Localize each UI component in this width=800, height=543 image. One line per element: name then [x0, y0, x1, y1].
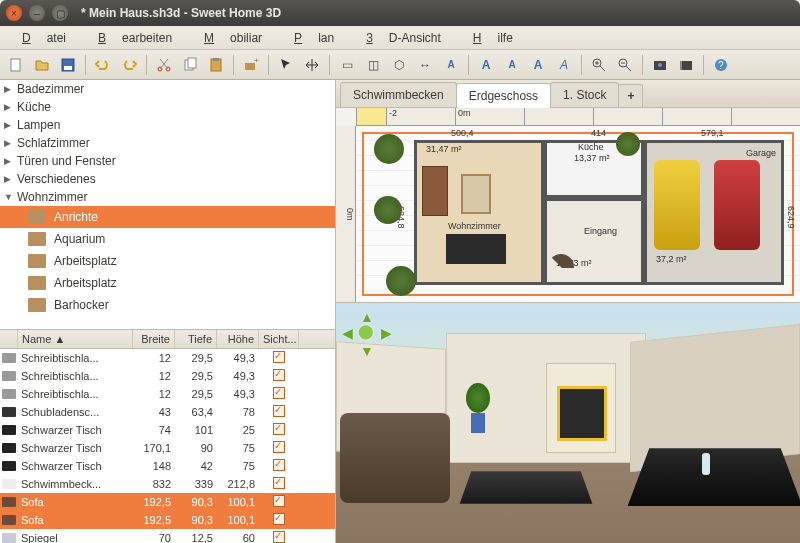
visible-checkbox[interactable]: [273, 513, 285, 525]
table-row[interactable]: Sofa 192,590,3100,1: [0, 493, 335, 511]
table-row[interactable]: Schwarzer Tisch 1484275: [0, 457, 335, 475]
catalog-item[interactable]: Arbeitsplatz: [0, 250, 335, 272]
visible-checkbox[interactable]: [273, 423, 285, 435]
menu-file[interactable]: Datei: [6, 29, 82, 47]
sofa-3d[interactable]: [340, 413, 450, 503]
dimension-icon[interactable]: ↔: [413, 53, 437, 77]
wall-icon[interactable]: ▭: [335, 53, 359, 77]
visible-checkbox[interactable]: [273, 441, 285, 453]
catalog-category[interactable]: ▶Schlafzimmer: [0, 134, 335, 152]
menu-edit[interactable]: Bearbeiten: [82, 29, 188, 47]
text-size-up-icon[interactable]: A: [474, 53, 498, 77]
catalog-item[interactable]: Anrichte: [0, 206, 335, 228]
level-tab[interactable]: 1. Stock: [550, 82, 619, 107]
new-icon[interactable]: [4, 53, 28, 77]
furniture-mini-icon: [2, 479, 16, 489]
open-icon[interactable]: [30, 53, 54, 77]
table-row[interactable]: Schreibtischla... 1229,549,3: [0, 367, 335, 385]
zoom-out-icon[interactable]: [613, 53, 637, 77]
add-level-button[interactable]: +: [618, 84, 643, 107]
catalog-item[interactable]: Barhocker: [0, 294, 335, 316]
plant-icon[interactable]: [374, 134, 404, 164]
save-icon[interactable]: [56, 53, 80, 77]
furniture-catalog[interactable]: ▶Badezimmer▶Küche▶Lampen▶Schlafzimmer▶Tü…: [0, 80, 335, 330]
copy-icon[interactable]: [178, 53, 202, 77]
col-visible[interactable]: Sicht...: [259, 330, 299, 348]
visible-checkbox[interactable]: [273, 387, 285, 399]
table-row[interactable]: Schwimmbeck... 832339212,8: [0, 475, 335, 493]
close-icon[interactable]: ×: [6, 5, 22, 21]
table-row[interactable]: Sofa 192,590,3100,1: [0, 511, 335, 529]
table-row[interactable]: Schwarzer Tisch 7410125: [0, 421, 335, 439]
table-row[interactable]: Schreibtischla... 1229,549,3: [0, 385, 335, 403]
col-depth[interactable]: Tiefe: [175, 330, 217, 348]
help-icon[interactable]: ?: [709, 53, 733, 77]
catalog-category[interactable]: ▼Wohnzimmer: [0, 188, 335, 206]
italic-icon[interactable]: A: [552, 53, 576, 77]
coffee-table-3d[interactable]: [460, 471, 593, 503]
level-tab[interactable]: Erdgeschoss: [456, 83, 551, 108]
nav-widget[interactable]: ▲ ▼ ◀ ▶ ⬤: [344, 311, 390, 357]
menu-3dview[interactable]: 3D-Ansicht: [350, 29, 457, 47]
catalog-item[interactable]: Arbeitsplatz: [0, 272, 335, 294]
catalog-category[interactable]: ▶Türen und Fenster: [0, 152, 335, 170]
visible-checkbox[interactable]: [273, 477, 285, 489]
menu-help[interactable]: Hilfe: [457, 29, 529, 47]
polyline-icon[interactable]: ⬡: [387, 53, 411, 77]
visible-checkbox[interactable]: [273, 459, 285, 471]
visible-checkbox[interactable]: [273, 531, 285, 543]
level-tab[interactable]: Schwimmbecken: [340, 82, 457, 107]
table-header[interactable]: Name ▲ Breite Tiefe Höhe Sicht...: [0, 330, 335, 349]
plant-icon[interactable]: [386, 266, 416, 296]
table-row[interactable]: Schreibtischla... 1229,549,3: [0, 349, 335, 367]
minimize-icon[interactable]: –: [29, 5, 45, 21]
catalog-category[interactable]: ▶Verschiedenes: [0, 170, 335, 188]
fireplace: [546, 363, 616, 453]
plant-icon[interactable]: [616, 132, 640, 156]
view-3d[interactable]: ▲ ▼ ◀ ▶ ⬤: [336, 303, 800, 543]
rug-plan[interactable]: [461, 174, 491, 214]
sofa-plan[interactable]: [422, 166, 448, 216]
visible-checkbox[interactable]: [273, 369, 285, 381]
visible-checkbox[interactable]: [273, 495, 285, 507]
menu-furniture[interactable]: Mobiliar: [188, 29, 278, 47]
car-yellow[interactable]: [654, 160, 700, 250]
select-icon[interactable]: [274, 53, 298, 77]
pan-icon[interactable]: [300, 53, 324, 77]
furniture-thumb-icon: [28, 298, 46, 312]
table-row[interactable]: Schubladensc... 4363,478: [0, 403, 335, 421]
plant-3d[interactable]: [466, 383, 490, 433]
text-small-icon[interactable]: A: [439, 53, 463, 77]
text-size-down-icon[interactable]: A: [500, 53, 524, 77]
furniture-mini-icon: [2, 443, 16, 453]
menu-plan[interactable]: Plan: [278, 29, 350, 47]
zoom-in-icon[interactable]: [587, 53, 611, 77]
table-row[interactable]: Spiegel 7012,560: [0, 529, 335, 543]
furniture-table[interactable]: Name ▲ Breite Tiefe Höhe Sicht... Schrei…: [0, 330, 335, 543]
col-width[interactable]: Breite: [133, 330, 175, 348]
add-furniture-icon[interactable]: +: [239, 53, 263, 77]
redo-icon[interactable]: [117, 53, 141, 77]
room-icon[interactable]: ◫: [361, 53, 385, 77]
bold-icon[interactable]: A: [526, 53, 550, 77]
catalog-category[interactable]: ▶Lampen: [0, 116, 335, 134]
visible-checkbox[interactable]: [273, 405, 285, 417]
plant-icon[interactable]: [374, 196, 402, 224]
col-name[interactable]: Name ▲: [18, 330, 133, 348]
table-plan[interactable]: [446, 234, 506, 264]
maximize-icon[interactable]: ▢: [52, 5, 68, 21]
catalog-item[interactable]: Aquarium: [0, 228, 335, 250]
visible-checkbox[interactable]: [273, 351, 285, 363]
undo-icon[interactable]: [91, 53, 115, 77]
table-row[interactable]: Schwarzer Tisch 170,19075: [0, 439, 335, 457]
paste-icon[interactable]: [204, 53, 228, 77]
bottle-3d[interactable]: [702, 453, 710, 475]
car-red[interactable]: [714, 160, 760, 250]
catalog-category[interactable]: ▶Badezimmer: [0, 80, 335, 98]
catalog-category[interactable]: ▶Küche: [0, 98, 335, 116]
cut-icon[interactable]: [152, 53, 176, 77]
col-height[interactable]: Höhe: [217, 330, 259, 348]
photo-icon[interactable]: [648, 53, 672, 77]
video-icon[interactable]: [674, 53, 698, 77]
plan-2d-view[interactable]: -20m 0m 500,4 414 579,1 624,8 624,9 31,4…: [336, 108, 800, 303]
